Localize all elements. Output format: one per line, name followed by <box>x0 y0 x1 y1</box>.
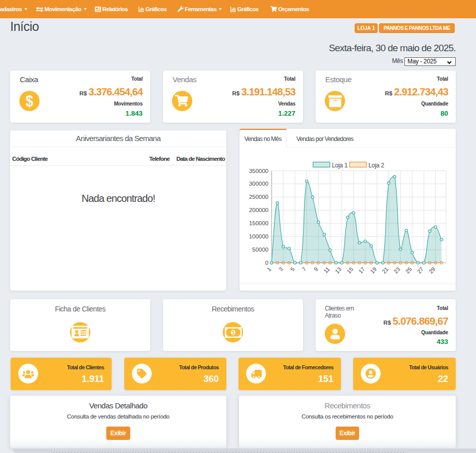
svg-text:17: 17 <box>357 266 366 274</box>
svg-text:5: 5 <box>289 266 296 272</box>
svg-text:19: 19 <box>369 266 378 274</box>
svg-text:21: 21 <box>381 266 389 274</box>
svg-text:300000: 300000 <box>249 181 268 187</box>
svg-text:3: 3 <box>278 266 284 272</box>
svg-text:29: 29 <box>428 266 436 274</box>
svg-text:350000: 350000 <box>249 168 268 174</box>
svg-text:1: 1 <box>231 329 235 335</box>
svg-text:15: 15 <box>346 266 354 274</box>
svg-text:7: 7 <box>301 266 308 272</box>
svg-text:Loja 1: Loja 1 <box>332 162 348 169</box>
svg-text:27: 27 <box>416 266 425 274</box>
svg-text:0: 0 <box>265 260 268 266</box>
svg-text:150000: 150000 <box>249 220 268 226</box>
svg-text:1: 1 <box>266 266 273 272</box>
svg-text:250000: 250000 <box>249 194 268 200</box>
svg-text:50000: 50000 <box>252 247 268 253</box>
svg-text:25: 25 <box>404 266 413 274</box>
svg-text:200000: 200000 <box>249 207 268 213</box>
svg-text:11: 11 <box>322 266 331 274</box>
svg-text:9: 9 <box>313 266 319 272</box>
svg-text:100000: 100000 <box>249 233 268 239</box>
svg-text:Loja 2: Loja 2 <box>368 162 385 169</box>
svg-text:13: 13 <box>334 266 343 274</box>
svg-text:23: 23 <box>392 266 401 274</box>
